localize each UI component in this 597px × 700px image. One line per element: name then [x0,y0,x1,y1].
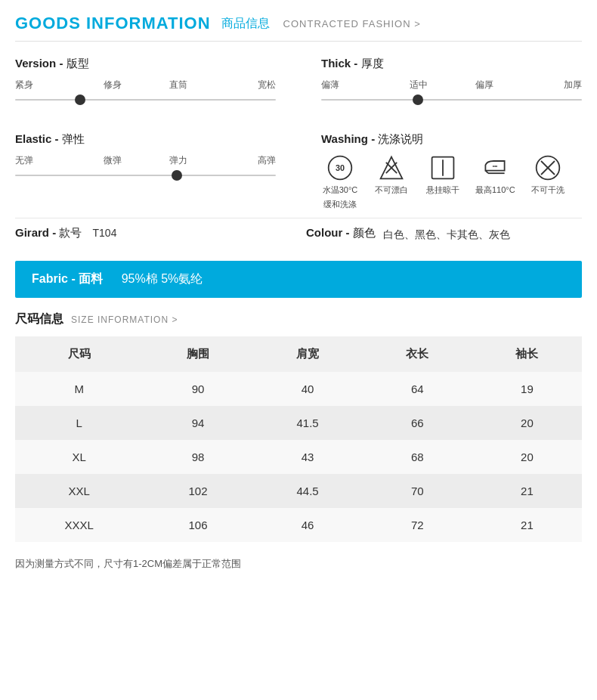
header: GOODS INFORMATION 商品信息 CONTRACTED FASHIO… [15,0,582,42]
girard-colour-row: Girard - 款号 T104 Colour - 颜色 白色、黑色、卡其色、灰… [15,218,582,250]
version-slider: 紧身 修身 直筒 宽松 [15,79,276,117]
cell-0-0: M [15,372,143,406]
version-track [15,99,276,101]
cell-2-4: 20 [472,440,582,474]
fabric-bar: Fabric - 面料 95%棉 5%氨纶 [15,261,582,298]
col-header-length: 衣长 [363,336,472,372]
girard-value: T104 [93,227,117,239]
wash-iron-icon: ••• [481,154,509,181]
version-track-wrap [15,94,276,105]
cell-3-4: 21 [472,474,582,508]
version-tick-3: 宽松 [211,79,276,91]
cell-1-2: 41.5 [253,406,363,440]
header-title-en: GOODS INFORMATION [15,14,211,33]
elastic-tick-2: 弹力 [146,154,211,167]
header-contracted[interactable]: CONTRACTED FASHION > [283,18,421,29]
cell-4-2: 46 [253,508,363,542]
elastic-tick-1: 微弹 [80,154,145,167]
thick-tick-2: 偏厚 [452,79,517,91]
girard-col: Girard - 款号 T104 [15,226,291,243]
thick-tick-3: 加厚 [517,79,582,91]
size-table-header-row: 尺码 胸围 肩宽 衣长 袖长 [15,336,582,372]
wash-item-hang: 悬挂晾干 [424,154,462,196]
wash-nodryclean-icon [534,154,561,181]
cell-2-0: XL [15,440,143,474]
cell-0-3: 64 [363,372,472,406]
elastic-thumb [172,170,182,181]
cell-4-1: 106 [143,508,252,542]
elastic-tick-3: 高弹 [211,154,276,167]
thick-tick-0: 偏薄 [321,79,386,91]
version-thumb [75,94,85,105]
thick-slider: 偏薄 适中 偏厚 加厚 [321,79,582,117]
fabric-label: Fabric - 面料 [32,272,107,285]
thick-thumb [413,94,423,105]
col-header-chest: 胸围 [143,336,252,372]
col-header-shoulder: 肩宽 [253,336,363,372]
col-header-size: 尺码 [15,336,143,372]
washing-col: Washing - 洗涤说明 30 水温30°C 缓和洗涤 [298,132,582,210]
cell-2-1: 98 [143,440,252,474]
cell-2-3: 68 [363,440,472,474]
cell-1-4: 20 [472,406,582,440]
cell-3-1: 102 [143,474,252,508]
size-section-cn: 尺码信息 [15,311,63,327]
elastic-washing-row: Elastic - 弹性 无弹 微弹 弹力 高弹 Washing [15,132,582,210]
size-section-en[interactable]: SIZE INFORMATION > [71,314,178,325]
table-row: XXXL106467221 [15,508,582,542]
wash-hang-icon [429,154,456,181]
elastic-slider: 无弹 微弹 弹力 高弹 [15,154,276,193]
wash-item-iron: ••• 最高110°C [475,154,515,196]
colour-value: 白色、黑色、卡其色、灰色 [383,226,510,243]
table-row: XXL10244.57021 [15,474,582,508]
colour-col: Colour - 颜色 白色、黑色、卡其色、灰色 [291,226,582,243]
thick-track [321,99,582,101]
cell-4-3: 72 [363,508,472,542]
cell-3-2: 44.5 [253,474,363,508]
size-table: 尺码 胸围 肩宽 衣长 袖长 M90406419L9441.56620XL984… [15,336,582,542]
thick-tick-1: 适中 [386,79,451,91]
elastic-track-wrap [15,170,276,181]
svg-text:30: 30 [336,163,345,172]
thick-col: Thick - 厚度 偏薄 适中 偏厚 加厚 [298,57,582,117]
cell-2-2: 43 [253,440,363,474]
size-table-body: M90406419L9441.56620XL98436820XXL10244.5… [15,372,582,542]
cell-1-3: 66 [363,406,472,440]
size-note: 因为测量方式不同，尺寸有1-2CM偏差属于正常范围 [15,553,582,578]
cell-3-3: 70 [363,474,472,508]
version-ticks: 紧身 修身 直筒 宽松 [15,79,276,91]
version-label: Version - 版型 [15,57,276,71]
size-section-header: 尺码信息 SIZE INFORMATION > [15,311,582,327]
svg-text:•••: ••• [493,163,498,169]
cell-4-0: XXXL [15,508,143,542]
cell-1-1: 94 [143,406,252,440]
cell-0-2: 40 [253,372,363,406]
table-row: XL98436820 [15,440,582,474]
cell-0-4: 19 [472,372,582,406]
washing-icons-row: 30 水温30°C 缓和洗涤 不可漂白 [321,154,582,210]
elastic-track [15,175,276,176]
cell-4-4: 21 [472,508,582,542]
cell-3-0: XXL [15,474,143,508]
wash-item-water: 30 水温30°C 缓和洗涤 [321,154,359,210]
thick-track-wrap [321,94,582,105]
washing-label: Washing - 洗涤说明 [321,132,582,147]
fabric-value: 95%棉 5%氨纶 [122,272,203,285]
wash-nobleach-icon [378,154,405,181]
version-tick-0: 紧身 [15,79,80,91]
thick-label: Thick - 厚度 [321,57,582,71]
table-row: M90406419 [15,372,582,406]
version-col: Version - 版型 紧身 修身 直筒 宽松 [15,57,298,117]
version-tick-1: 修身 [80,79,145,91]
elastic-col: Elastic - 弹性 无弹 微弹 弹力 高弹 [15,132,298,193]
wash-item-nobleach: 不可漂白 [373,154,410,196]
elastic-ticks: 无弹 微弹 弹力 高弹 [15,154,276,167]
cell-1-0: L [15,406,143,440]
table-row: L9441.56620 [15,406,582,440]
wash-item-nodryclean: 不可干洗 [529,154,567,196]
version-tick-2: 直筒 [146,79,211,91]
girard-label: Girard - 款号 [15,226,85,239]
cell-0-1: 90 [143,372,252,406]
version-thick-row: Version - 版型 紧身 修身 直筒 宽松 Thick [15,57,582,117]
page-wrapper: GOODS INFORMATION 商品信息 CONTRACTED FASHIO… [0,0,597,578]
